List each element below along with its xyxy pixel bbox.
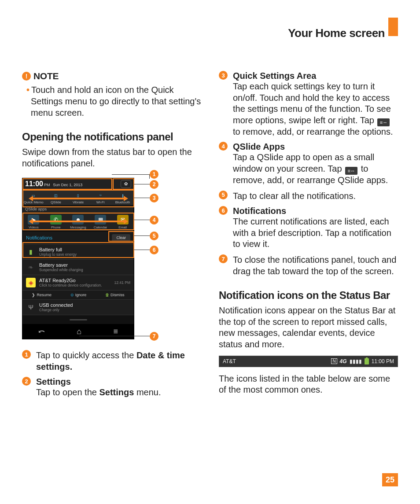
- phone-time: 11:00: [25, 180, 43, 188]
- note-text: Touch and hold an icon on the Quick Sett…: [31, 85, 201, 118]
- battery-full-icon: ▮: [26, 247, 36, 257]
- notification-item: ◈ AT&T Ready2Go Click to continue device…: [22, 275, 134, 291]
- notif-sub: Click to continue device configuration.: [39, 283, 102, 287]
- menu-icon: ≡: [113, 327, 118, 336]
- alert-icon: !: [22, 72, 31, 81]
- right-column: 3 Quick Settings Area Tap each quick set…: [219, 71, 398, 398]
- notif-sub: Suspended while charging: [39, 268, 83, 272]
- callout-number-icon: 2: [22, 377, 31, 386]
- section-heading-2: Notification icons on the Status Bar: [219, 289, 398, 302]
- clear-button: Clear: [112, 234, 130, 241]
- nfc-icon: N: [331, 358, 337, 364]
- notification-item: ▮ Battery full Unplug to save energy: [22, 244, 134, 260]
- notifications-header: Notifications Clear: [22, 232, 134, 244]
- section-heading: Opening the notifications panel: [22, 131, 201, 143]
- notification-actions: ❯Resume ⊝Ignore 🗑Dismiss: [22, 291, 134, 300]
- navbar: ⤺ ⌂ ≡: [22, 324, 134, 339]
- note-header: ! NOTE: [22, 71, 201, 81]
- callout-number-icon: 1: [22, 350, 31, 359]
- qs-label: Vibrate: [73, 200, 84, 204]
- callout-4-text: Tap a QSlide app to open as a small wind…: [233, 152, 398, 186]
- battery-icon: [365, 358, 369, 364]
- qs-label: Quick Memo: [24, 200, 44, 204]
- swipe-arrow-icon: [29, 220, 128, 223]
- qslide-label: Calendar: [94, 225, 107, 229]
- notif-title: AT&T Ready2Go: [39, 278, 102, 283]
- swipe-arrow-icon: [29, 197, 128, 200]
- edit-list-icon: ≡↔: [377, 118, 390, 126]
- callout-number-icon: 4: [219, 142, 228, 151]
- signal-icon: ▮▮▮▮: [350, 358, 362, 364]
- note-label: NOTE: [33, 71, 59, 81]
- qs-label: QSlide: [51, 200, 61, 204]
- callout-number-icon: 7: [219, 254, 228, 263]
- note-body: •Touch and hold an icon on the Quick Set…: [22, 84, 201, 118]
- phone-time-block: 11:00PM Sun Dec 1, 2013: [25, 180, 82, 188]
- phone-ampm: PM: [44, 183, 50, 187]
- phone-date: Sun Dec 1, 2013: [53, 183, 82, 187]
- leaf-icon: ❧: [26, 262, 36, 272]
- qslide-label: Phone: [51, 225, 61, 229]
- notif-sub: Unplug to save energy: [39, 252, 77, 257]
- notif-sub: Charge only: [39, 308, 73, 312]
- callout-5-text: Tap to clear all the notifications.: [233, 191, 398, 202]
- dismiss-action: 🗑Dismiss: [105, 293, 125, 297]
- callout-number-icon: 5: [219, 191, 228, 199]
- page-header: Your Home screen: [22, 26, 385, 40]
- qslide-section-label: QSlide apps: [22, 206, 134, 213]
- panel-handle: [22, 315, 134, 324]
- usb-icon: Ψ: [26, 302, 36, 312]
- callout-2-title: Settings: [36, 377, 201, 387]
- phone-screenshot: 11:00PM Sun Dec 1, 2013 ✿ ▭Quick Memo ◫Q…: [22, 178, 134, 339]
- edit-list-icon: ≡↔: [345, 167, 357, 175]
- accent-tab: [388, 18, 398, 36]
- phone-status-row: 11:00PM Sun Dec 1, 2013 ✿: [22, 178, 134, 190]
- page-number: 25: [382, 473, 398, 486]
- ready2go-icon: ◈: [26, 278, 36, 287]
- notification-item: Ψ USB connected Charge only: [22, 300, 134, 315]
- callout-number-icon: 3: [219, 71, 228, 80]
- statusbar-time: 11:00 PM: [372, 358, 394, 364]
- notif-title: USB connected: [39, 302, 73, 308]
- callout-number-icon: 3: [150, 194, 158, 202]
- section-body: Swipe down from the status bar to open t…: [22, 147, 201, 169]
- home-icon: ⌂: [77, 327, 81, 336]
- callout-6-title: Notifications: [233, 206, 398, 216]
- callout-4-title: QSlide Apps: [233, 142, 398, 152]
- callout-2-text: Tap to open the Settings menu.: [36, 387, 201, 398]
- 4g-icon: 4G: [340, 358, 347, 364]
- callout-6-text: The current notifications are listed, ea…: [233, 216, 398, 250]
- resume-action: ❯Resume: [32, 293, 52, 297]
- section2-body2: The icons listed in the table below are …: [219, 373, 398, 396]
- callout-number-icon: 4: [150, 216, 158, 224]
- callout-number-icon: 1: [150, 170, 158, 179]
- notif-title: Battery full: [39, 247, 77, 252]
- section2-body1: Notification icons appear on the Status …: [219, 305, 398, 350]
- notif-title: Battery saver: [39, 262, 83, 268]
- qslide-label: Messaging: [70, 225, 86, 229]
- ignore-action: ⊝Ignore: [70, 293, 87, 297]
- callout-7-text: To close the notifications panel, touch …: [233, 254, 398, 277]
- bullet-icon: •: [26, 85, 31, 95]
- left-column: ! NOTE •Touch and hold an icon on the Qu…: [22, 71, 201, 398]
- status-bar-example: AT&T N 4G ▮▮▮▮ 11:00 PM: [219, 356, 398, 367]
- callout-number-icon: 2: [150, 180, 158, 189]
- callout-number-icon: 6: [219, 206, 228, 215]
- callout-1-text: Tap to quickly access the Date & time se…: [36, 350, 201, 372]
- back-icon: ⤺: [38, 327, 45, 336]
- notification-item: ❧ Battery saver Suspended while charging: [22, 260, 134, 275]
- notifications-label: Notifications: [26, 235, 52, 240]
- notification-panel-figure: 11:00PM Sun Dec 1, 2013 ✿ ▭Quick Memo ◫Q…: [22, 178, 154, 339]
- callout-number-icon: 5: [150, 232, 158, 240]
- callout-number-icon: 7: [150, 332, 158, 341]
- carrier-label: AT&T: [223, 358, 236, 364]
- callout-3-title: Quick Settings Area: [233, 71, 398, 81]
- qslide-label: Videos: [29, 225, 39, 229]
- gear-icon: ✿: [121, 180, 131, 188]
- notif-time: 12:41 PM: [114, 280, 130, 285]
- qs-label: Wi-Fi: [96, 200, 105, 204]
- callout-number-icon: 6: [150, 246, 158, 254]
- callout-3-text: Tap each quick settings key to turn it o…: [233, 81, 398, 137]
- qslide-label: Email: [118, 225, 127, 229]
